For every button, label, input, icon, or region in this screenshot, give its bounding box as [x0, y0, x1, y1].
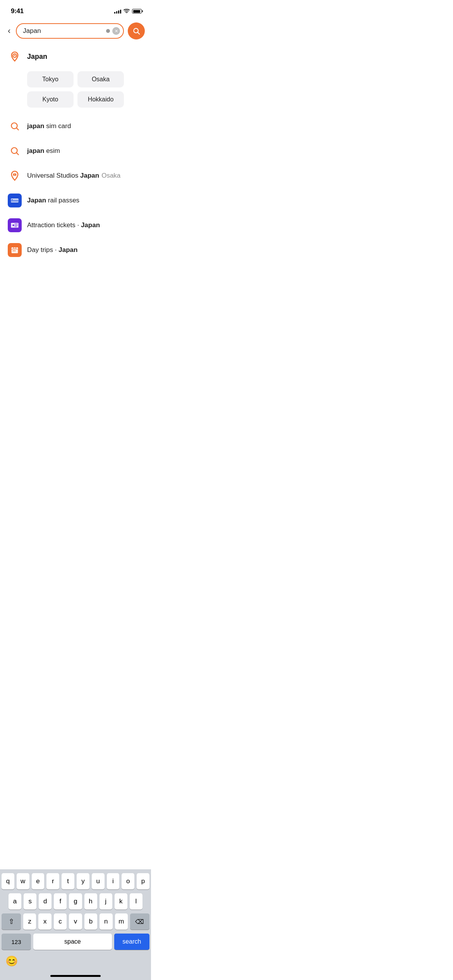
svg-point-16	[12, 224, 14, 226]
svg-rect-14	[12, 199, 13, 200]
suggestion-japan-sim-card[interactable]: japan sim card	[0, 114, 151, 139]
search-input[interactable]: Japan	[23, 27, 104, 35]
suggestion-text-daytrips: Day trips · Japan	[27, 246, 77, 254]
suggestion-japan-esim[interactable]: japan esim	[0, 139, 151, 163]
suggestion-text-tickets: Attraction tickets · Japan	[27, 221, 100, 229]
search-circle-icon	[8, 119, 22, 133]
suggestion-text-usj: Universal Studios JapanOsaka	[27, 172, 120, 180]
svg-line-8	[17, 153, 19, 155]
back-button[interactable]: ‹	[6, 24, 12, 38]
search-bar-container: ‹ Japan ✕	[0, 19, 151, 44]
calendar-icon: 1	[8, 243, 22, 257]
battery-icon	[132, 9, 142, 14]
svg-rect-11	[11, 199, 19, 202]
status-icons	[114, 8, 142, 14]
status-bar: 9:41	[0, 0, 151, 19]
rail-icon	[8, 194, 22, 207]
search-circle-icon-2	[8, 144, 22, 158]
svg-point-10	[14, 174, 15, 175]
svg-line-6	[17, 128, 19, 130]
status-time: 9:41	[11, 7, 24, 15]
clear-button[interactable]: ✕	[112, 27, 120, 35]
suggestion-day-trips[interactable]: 1 Day trips · Japan	[0, 238, 151, 262]
svg-rect-24	[14, 250, 15, 252]
svg-point-4	[14, 55, 15, 56]
city-chip-osaka[interactable]: Osaka	[77, 71, 124, 87]
suggestion-universal-studios[interactable]: Universal Studios JapanOsaka	[0, 163, 151, 188]
city-chip-kyoto[interactable]: Kyoto	[27, 91, 74, 108]
svg-point-0	[126, 13, 127, 13]
search-input-wrapper: Japan ✕	[16, 23, 124, 39]
results-container: Japan Tokyo Osaka Kyoto Hokkaido japan s…	[0, 44, 151, 262]
search-icon	[132, 27, 140, 35]
suggestion-text-esim: japan esim	[27, 147, 60, 155]
svg-line-2	[138, 33, 140, 34]
suggestion-attraction-tickets[interactable]: Attraction tickets · Japan	[0, 213, 151, 238]
svg-rect-23	[13, 250, 14, 252]
japan-label: Japan	[27, 53, 47, 61]
suggestion-text-sim-card: japan sim card	[27, 122, 71, 130]
japan-main-result[interactable]: Japan	[0, 44, 151, 69]
city-chip-hokkaido[interactable]: Hokkaido	[77, 91, 124, 108]
location-pin-icon	[8, 50, 22, 63]
suggestion-text-rail: Japan rail passes	[27, 197, 79, 204]
signal-icon	[114, 9, 121, 14]
suggestion-rail-passes[interactable]: Japan rail passes	[0, 188, 151, 213]
city-chip-tokyo[interactable]: Tokyo	[27, 71, 74, 87]
location-tag-icon	[8, 169, 22, 183]
wifi-icon	[124, 8, 130, 14]
city-chips-grid: Tokyo Osaka Kyoto Hokkaido	[0, 69, 151, 114]
ticket-icon	[8, 218, 22, 232]
search-submit-button[interactable]	[128, 22, 145, 39]
cursor-indicator	[106, 29, 110, 33]
